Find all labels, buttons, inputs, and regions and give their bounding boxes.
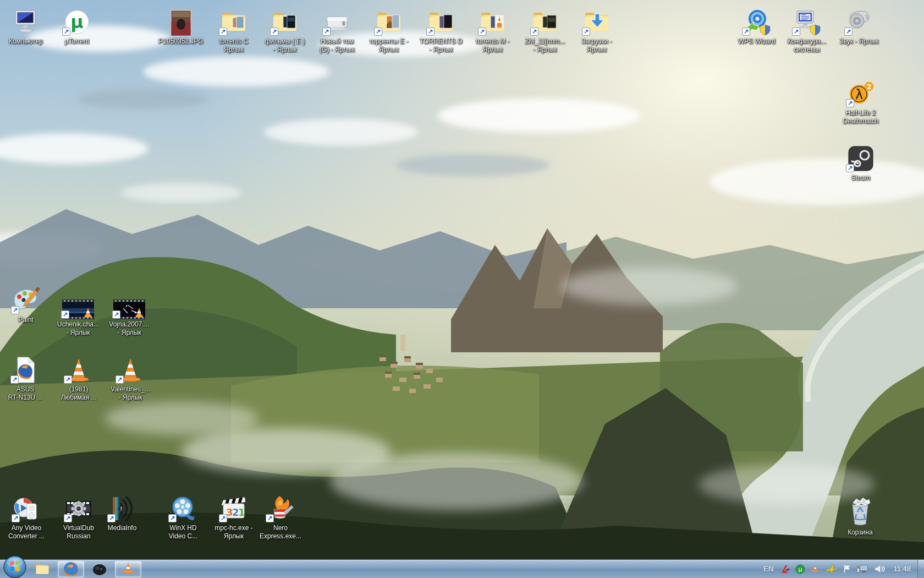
- p1050352-icon: [170, 4, 191, 36]
- tray-icons: µ: [778, 564, 888, 574]
- svg-text:µ: µ: [70, 12, 84, 32]
- language-indicator[interactable]: EN: [763, 565, 773, 573]
- shortcut-arrow-icon: ↗: [112, 310, 120, 319]
- tray-icon-volume[interactable]: [874, 564, 885, 574]
- desktop-icon-asus-rt[interactable]: ↗ASUSRT-N13U ...: [0, 352, 53, 402]
- desktop-icon-torrents-d[interactable]: ↗TORRENTS D- Ярлык: [414, 4, 469, 54]
- icon-label: MediaInfo: [108, 524, 137, 532]
- shortcut-arrow-icon: ↗: [61, 310, 69, 319]
- icon-label: Компьютер: [9, 37, 43, 46]
- desktop-icon-zm-11[interactable]: ↗ZM_11[nnm...- Ярлык: [518, 4, 573, 54]
- desktop-icon-vojna[interactable]: ↗Vojna.2007....- Ярлык: [102, 287, 157, 337]
- tray-icon-kaspersky[interactable]: [780, 565, 790, 574]
- desktop-icon-wps-wizard[interactable]: ↗WPS Wizard: [729, 4, 784, 46]
- icon-label: Звук - Ярлык: [839, 37, 878, 46]
- zm-11-icon: ↗: [531, 4, 559, 36]
- taskbar-button-dark-app[interactable]: [86, 561, 113, 577]
- icon-label: Загрузки -Ярлык: [581, 37, 612, 54]
- desktop-icon-filmy-e[interactable]: ↗фильмы ( E )- Ярлык: [257, 4, 312, 54]
- virtualdub-icon: ↗: [64, 491, 93, 523]
- tray-icon-network[interactable]: [856, 564, 868, 574]
- icon-label: фильмы ( E )- Ярлык: [265, 37, 305, 54]
- desktop-icon-hl2dm[interactable]: λ2↗Half-Life 2Deathmatch: [833, 76, 888, 126]
- icon-label: WPS Wizard: [738, 37, 776, 46]
- novyi-tom-g-icon: ↗: [323, 4, 351, 36]
- desktop-icon-layer: Компьютерµ↗µTorrentP1050352.JPG↗torrents…: [0, 0, 924, 559]
- shortcut-arrow-icon: ↗: [10, 375, 19, 384]
- shortcut-arrow-icon: ↗: [846, 164, 854, 172]
- start-button[interactable]: [3, 555, 27, 578]
- tray-icon-airplane[interactable]: [825, 564, 837, 574]
- zvuk-icon: ↗: [845, 4, 873, 36]
- hl2dm-icon: λ2↗: [846, 76, 875, 108]
- tray-icon-vlc-tray[interactable]: [811, 564, 820, 574]
- vlc-player-icon: [121, 562, 135, 576]
- icon-label: Новый том(G) - Ярлык: [320, 37, 355, 54]
- taskbar-button-firefox[interactable]: [58, 561, 84, 577]
- icon-label: NeroExpress.exe...: [260, 524, 301, 541]
- shortcut-arrow-icon: ↗: [844, 28, 853, 36]
- utorrent-icon: µ↗: [63, 4, 91, 36]
- desktop-icon-nero-express[interactable]: ↗NeroExpress.exe...: [253, 491, 308, 541]
- icon-label: ZM_11[nnm...- Ярлык: [525, 37, 565, 54]
- shortcut-arrow-icon: ↗: [270, 28, 278, 36]
- asus-rt-icon: ↗: [11, 352, 40, 384]
- desktop-icon-torrents-m[interactable]: ↗torrents M -Ярлык: [465, 4, 520, 54]
- shortcut-arrow-icon: ↗: [478, 28, 486, 36]
- torrenty-e-icon: ↗: [375, 4, 403, 36]
- desktop-icon-lubimaya-1981[interactable]: ↗(1981)Любимая ...: [51, 352, 106, 402]
- icon-label: Vojna.2007....- Ярлык: [109, 320, 149, 337]
- shortcut-arrow-icon: ↗: [219, 514, 227, 522]
- taskbar-button-windows-explorer[interactable]: [29, 561, 56, 577]
- system-tray: EN µ 11:48: [759, 560, 924, 578]
- recycle-bin-icon: [845, 492, 876, 527]
- desktop-icon-utorrent[interactable]: µ↗µTorrent: [50, 4, 105, 46]
- icon-label: (1981)Любимая ...: [61, 385, 96, 402]
- desktop-icon-recycle-bin[interactable]: Корзина: [833, 492, 888, 537]
- desktop-icon-computer[interactable]: Компьютер: [0, 4, 53, 46]
- desktop-icon-zagruzki[interactable]: ↗Загрузки -Ярлык: [569, 4, 624, 54]
- desktop-icon-any-video-converter[interactable]: ↗Any VideoConverter ...: [0, 491, 54, 541]
- icon-label: Paint: [18, 316, 33, 324]
- action-center-flag-icon: [843, 564, 851, 574]
- shortcut-arrow-icon: ↗: [426, 28, 435, 36]
- desktop-icon-uchenik[interactable]: ↗Uchenik.cha...- Ярлык: [51, 287, 106, 337]
- desktop-icon-novyi-tom-g[interactable]: ↗Новый том(G) - Ярлык: [310, 4, 365, 54]
- clock[interactable]: 11:48: [893, 565, 911, 573]
- show-desktop-button[interactable]: [917, 560, 924, 578]
- tray-icon-action-center-flag[interactable]: [843, 564, 851, 574]
- desktop-icon-steam[interactable]: ↗Steam: [833, 141, 888, 182]
- desktop-icon-zvuk[interactable]: ↗Звук - Ярлык: [832, 4, 887, 46]
- utorrent-tray-icon: µ: [795, 564, 805, 574]
- windows-explorer-icon: [35, 561, 50, 577]
- desktop-icon-mediainfo[interactable]: ?↗MediaInfo: [95, 491, 150, 532]
- icon-label: VirtualDubRussian: [63, 524, 94, 541]
- desktop-icon-p1050352[interactable]: P1050352.JPG: [153, 4, 208, 46]
- desktop-icon-valentines[interactable]: ↗Valentines_...- Ярлык: [103, 352, 158, 402]
- taskbar-button-vlc-player[interactable]: [115, 561, 141, 577]
- desktop-icon-torrents-c[interactable]: ↗torrents CЯрлык: [206, 4, 261, 54]
- desktop-icon-torrenty-e[interactable]: ↗торренты E -Ярлык: [361, 4, 416, 54]
- steam-icon: ↗: [846, 141, 875, 173]
- desktop-icon-sysconfig[interactable]: ↗Конфигура...системы: [779, 4, 834, 54]
- icon-label: torrents M -Ярлык: [476, 37, 509, 54]
- zagruzki-icon: ↗: [582, 4, 611, 36]
- tray-icon-utorrent-tray[interactable]: µ: [795, 564, 805, 574]
- uchenik-icon: ↗: [62, 287, 94, 319]
- shortcut-arrow-icon: ↗: [846, 99, 854, 107]
- any-video-converter-icon: ↗: [12, 491, 41, 523]
- filmy-e-icon: ↗: [271, 4, 299, 36]
- icon-label: mpc-hc.exe -Ярлык: [215, 524, 252, 541]
- svg-text:µ: µ: [799, 566, 802, 573]
- icon-label: Steam: [851, 174, 871, 182]
- shortcut-arrow-icon: ↗: [266, 514, 274, 522]
- nero-express-icon: ↗: [266, 491, 295, 523]
- desktop-icon-paint[interactable]: ↗Paint: [0, 280, 53, 324]
- shortcut-arrow-icon: ↗: [374, 28, 382, 36]
- network-icon: [856, 564, 868, 574]
- vojna-icon: ↗: [113, 287, 145, 319]
- desktop[interactable]: Компьютерµ↗µTorrentP1050352.JPG↗torrents…: [0, 0, 924, 578]
- desktop-icon-winx-hd[interactable]: ↗WinX HDVideo C...: [156, 491, 211, 541]
- shortcut-arrow-icon: ↗: [64, 514, 72, 522]
- winx-hd-icon: ↗: [169, 491, 197, 523]
